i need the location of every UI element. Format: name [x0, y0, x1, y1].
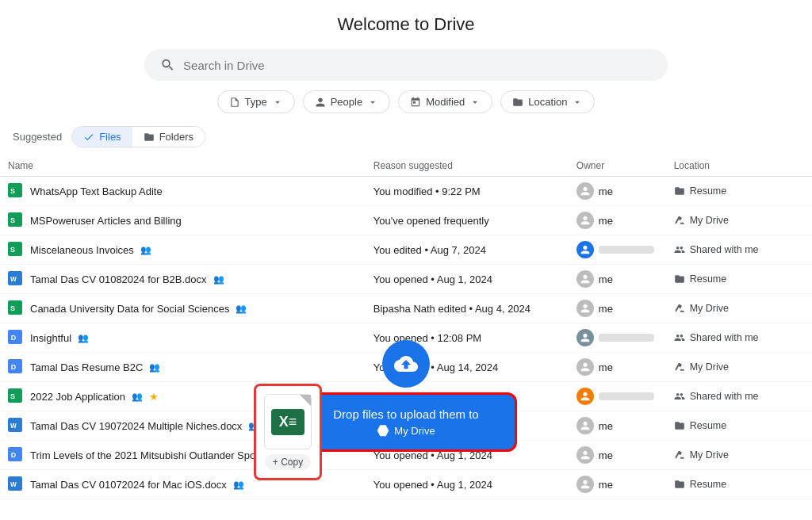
file-name: Canada University Data for Social Scienc… — [30, 303, 229, 315]
owner-cell: me — [569, 206, 666, 235]
location-name: Shared with me — [690, 332, 759, 343]
file-name: Tamal Das CV 19072024 Multiple Niches.do… — [30, 420, 242, 432]
owner-cell: me — [569, 294, 666, 323]
file-icon-sheets: S — [8, 300, 24, 316]
file-icon-sheets: S — [8, 183, 24, 199]
filter-modified[interactable]: Modified — [398, 90, 492, 113]
file-name: Tamal Das CV 01082024 for B2B.docx — [30, 273, 207, 285]
location-name: Resume — [690, 273, 727, 285]
copy-tooltip: X≡ + Copy — [254, 384, 322, 480]
upload-cloud-icon — [382, 340, 430, 388]
location-name: Shared with me — [690, 391, 759, 402]
file-name: WhatsApp Text Backup Adite — [30, 185, 163, 197]
blurred-owner — [599, 334, 654, 342]
file-icon-sheets: S — [8, 388, 24, 404]
corner-fold — [300, 395, 311, 406]
drop-label: Drop files to upload them to — [329, 407, 483, 421]
table-row[interactable]: S MSPoweruser Articles and Billing You'v… — [0, 206, 812, 235]
table-row[interactable]: S Miscelaneous Invoices 👥 You edited • A… — [0, 235, 812, 265]
main-wrap: Name Reason suggested Owner Location S W… — [0, 155, 812, 499]
filter-location-label: Location — [528, 96, 567, 108]
location-cell: Resume — [666, 177, 812, 206]
table-row[interactable]: S Canada University Data for Social Scie… — [0, 294, 812, 323]
svg-text:W: W — [10, 422, 17, 430]
location-cell: Shared with me — [666, 323, 812, 353]
search-input[interactable] — [183, 59, 652, 72]
file-name: 2022 Job Application — [30, 391, 125, 403]
col-owner: Owner — [569, 155, 666, 177]
file-name: Tamal Das Resume B2C — [30, 361, 143, 373]
filter-type[interactable]: Type — [217, 90, 295, 113]
filter-location[interactable]: Location — [500, 90, 595, 113]
page-title: Welcome to Drive — [0, 14, 812, 35]
person-icon — [315, 97, 326, 108]
file-name: Trim Levels of the 2021 Mitsubishi Outla… — [30, 449, 262, 461]
owner-name: me — [599, 185, 613, 197]
location-cell: Resume — [666, 470, 812, 499]
file-name: Insightful — [30, 332, 71, 344]
location-cell: Shared with me — [666, 382, 812, 411]
folder-icon — [512, 97, 523, 108]
table-row[interactable]: S WhatsApp Text Backup Adite You modifie… — [0, 177, 812, 206]
search-bar[interactable] — [144, 49, 668, 81]
svg-text:W: W — [10, 481, 17, 488]
owner-cell: me — [569, 265, 666, 294]
file-name: Tamal Das CV 01072024 for Mac iOS.docx — [30, 479, 227, 491]
reason-cell: You opened • Aug 1, 2024 — [366, 470, 569, 499]
toggle-files[interactable]: Files — [72, 127, 132, 147]
location-name: My Drive — [690, 303, 729, 314]
drop-sub: My Drive — [329, 424, 483, 437]
name-cell: S Miscelaneous Invoices 👥 — [0, 235, 366, 265]
star-icon: ★ — [149, 391, 159, 403]
owner-name: me — [599, 303, 613, 315]
location-name: Resume — [690, 479, 727, 490]
shared-icon: 👥 — [78, 333, 89, 343]
file-icon-word: W — [8, 271, 24, 287]
location-name: Resume — [690, 185, 727, 197]
file-name: MSPoweruser Articles and Billing — [30, 215, 182, 227]
file-icon-docs: D — [8, 330, 24, 346]
owner-name: me — [599, 420, 613, 432]
table-row[interactable]: W Tamal Das CV 01082024 for B2B.docx 👥 Y… — [0, 265, 812, 294]
toggle-files-label: Files — [99, 131, 121, 143]
reason-cell: You opened • Aug 1, 2024 — [366, 265, 569, 294]
reason-cell: Bipasha Nath edited • Aug 4, 2024 — [366, 294, 569, 323]
location-cell: My Drive — [666, 353, 812, 382]
cloud-upload-icon — [394, 352, 418, 376]
owner-name: me — [599, 215, 613, 227]
reason-cell: You modified • 9:22 PM — [366, 177, 569, 206]
col-reason: Reason suggested — [366, 155, 569, 177]
location-name: My Drive — [690, 361, 729, 373]
owner-cell: me — [569, 411, 666, 441]
col-name: Name — [0, 155, 366, 177]
chevron-down-icon3 — [469, 97, 481, 108]
calendar-icon — [410, 97, 421, 108]
file-icon-word: W — [8, 476, 24, 492]
location-name: My Drive — [690, 215, 729, 226]
file-name: Miscelaneous Invoices — [30, 244, 134, 256]
location-name: Shared with me — [690, 244, 759, 255]
chevron-down-icon — [272, 97, 283, 108]
location-cell: My Drive — [666, 441, 812, 470]
chevron-down-icon2 — [367, 97, 378, 108]
owner-name: me — [599, 479, 613, 491]
search-icon — [160, 57, 175, 73]
filter-bar: Type People Modified Location — [0, 90, 812, 113]
svg-text:S: S — [10, 246, 15, 254]
chevron-down-icon4 — [572, 97, 583, 108]
check-icon — [83, 132, 94, 143]
svg-text:D: D — [11, 334, 17, 342]
file-icon-word: W — [8, 418, 24, 434]
location-name: My Drive — [690, 449, 729, 461]
owner-name: me — [599, 273, 613, 285]
shared-icon: 👥 — [233, 480, 244, 490]
toggle-folders[interactable]: Folders — [132, 127, 205, 147]
file-icon-sheets: S — [8, 242, 24, 258]
svg-text:S: S — [10, 216, 15, 224]
table-row[interactable]: W Tamal Das CV 01072024 for Mac iOS.docx… — [0, 470, 812, 499]
filter-people[interactable]: People — [303, 90, 390, 113]
file-icon-sheets: S — [8, 212, 24, 228]
reason-cell: You've opened frequently — [366, 206, 569, 235]
filter-type-label: Type — [245, 96, 267, 108]
search-bar-wrap — [0, 49, 812, 81]
